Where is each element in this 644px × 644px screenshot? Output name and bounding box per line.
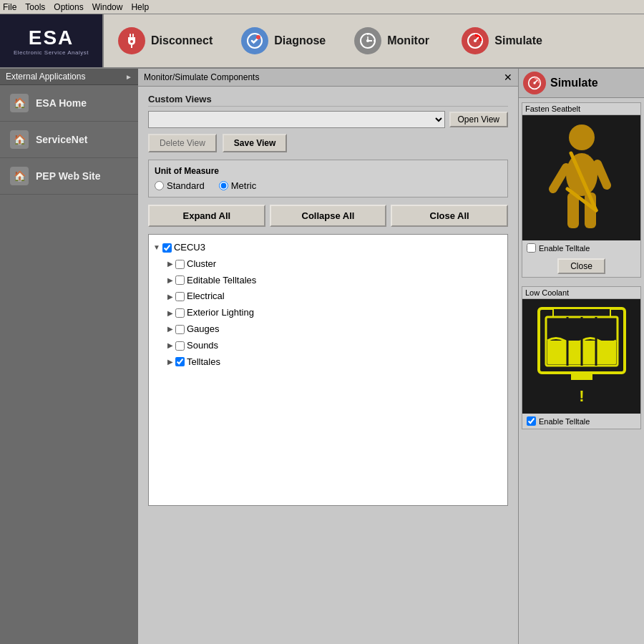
delete-save-row: Delete View Save View <box>148 134 508 152</box>
cluster-checkbox[interactable] <box>175 260 185 269</box>
cluster-label: Cluster <box>187 257 216 272</box>
menu-help[interactable]: Help <box>131 2 149 12</box>
sounds-expand[interactable]: ▶ <box>167 340 173 351</box>
monitor-button[interactable]: Monitor <box>340 14 447 67</box>
enable-telltale-row: Enable Telltale <box>522 240 640 255</box>
menu-options[interactable]: Options <box>54 2 83 12</box>
logo: ESA Electronic Service Analyst <box>0 14 104 67</box>
simulate-label: Simulate <box>494 34 542 47</box>
electrical-expand[interactable]: ▶ <box>167 291 173 303</box>
tree-child-electrical: ▶ Electrical <box>167 289 503 304</box>
collapse-all-button[interactable]: Collapse All <box>270 205 387 227</box>
center-panel: Monitor/Simulate Components ✕ Custom Vie… <box>138 69 519 644</box>
sidebar-collapse-arrow[interactable]: ► <box>125 73 132 81</box>
menubar: File Tools Options Window Help <box>0 0 644 14</box>
low-coolant-section: Low Coolant <box>522 286 641 429</box>
simulate-right-icon <box>523 72 546 94</box>
seatbelt-graphic <box>522 115 640 240</box>
right-panel-header: Simulate <box>519 69 644 98</box>
disconnect-icon <box>118 27 145 54</box>
sidebar-item-pep-web-site[interactable]: 🏠 PEP Web Site <box>0 158 138 195</box>
unit-measure-label: Unit of Measure <box>155 166 502 176</box>
simulate-icon <box>462 27 489 54</box>
tree-child-editable-telltales: ▶ Editable Telltales <box>167 273 503 288</box>
save-view-button[interactable]: Save View <box>223 134 288 152</box>
telltales-expand[interactable]: ▶ <box>167 356 173 368</box>
diagnose-label: Diagnose <box>274 34 326 47</box>
open-view-button[interactable]: Open View <box>449 112 508 127</box>
svg-point-5 <box>256 35 260 39</box>
center-panel-title: Monitor/Simulate Components <box>144 72 259 82</box>
fasten-enable-checkbox[interactable] <box>527 243 536 253</box>
monitor-icon <box>354 27 381 54</box>
cluster-expand[interactable]: ▶ <box>167 258 173 270</box>
simulate-button[interactable]: Simulate <box>447 14 557 67</box>
custom-views-label: Custom Views <box>148 94 508 107</box>
center-panel-content: Custom Views Open View Delete View Save … <box>138 87 518 644</box>
radio-metric-input[interactable] <box>219 181 228 190</box>
center-panel-header: Monitor/Simulate Components ✕ <box>138 69 518 87</box>
editable-checkbox[interactable] <box>175 275 185 285</box>
tree-root-expand-icon[interactable]: ▼ <box>153 242 160 253</box>
radio-standard[interactable]: Standard <box>155 180 205 191</box>
expand-all-button[interactable]: Expand All <box>148 205 265 227</box>
svg-text:!: ! <box>579 387 584 405</box>
svg-rect-1 <box>132 34 134 37</box>
tree-root-parent: ▼ CECU3 <box>153 240 503 255</box>
coolant-enable-checkbox[interactable] <box>527 416 536 426</box>
monitor-label: Monitor <box>387 34 429 47</box>
coolant-enable-label: Enable Telltale <box>539 417 590 426</box>
fasten-close-button[interactable]: Close <box>557 258 605 274</box>
servicenet-icon: 🏠 <box>10 130 29 149</box>
sounds-label: Sounds <box>187 338 218 353</box>
editable-label: Editable Telltales <box>187 273 256 288</box>
tree-child-telltales: ▶ Telltales <box>167 355 503 370</box>
sidebar-item-esa-home[interactable]: 🏠 ESA Home <box>0 85 138 122</box>
svg-point-17 <box>533 82 535 84</box>
custom-views-select[interactable] <box>148 111 445 128</box>
exterior-checkbox[interactable] <box>175 308 185 318</box>
exterior-expand[interactable]: ▶ <box>167 308 173 319</box>
telltales-label: Telltales <box>187 355 220 370</box>
radio-standard-input[interactable] <box>155 181 164 190</box>
sidebar-label-servicenet: ServiceNet <box>36 134 87 145</box>
close-btn-row: Close <box>522 255 640 277</box>
tree-root-label: CECU3 <box>174 240 205 255</box>
editable-expand[interactable]: ▶ <box>167 275 173 286</box>
tree-child-sounds: ▶ Sounds <box>167 338 503 353</box>
svg-point-14 <box>474 39 477 42</box>
menu-file[interactable]: File <box>3 2 16 12</box>
svg-point-18 <box>569 125 595 150</box>
diagnose-button[interactable]: Diagnose <box>227 14 340 67</box>
custom-views-row: Open View <box>148 111 508 128</box>
panel-close-icon[interactable]: ✕ <box>504 72 512 83</box>
delete-view-button[interactable]: Delete View <box>148 134 217 152</box>
menu-window[interactable]: Window <box>92 2 123 12</box>
coolant-svg: ! <box>532 301 632 412</box>
disconnect-button[interactable]: Disconnect <box>104 14 227 67</box>
menu-tools[interactable]: Tools <box>25 2 45 12</box>
electrical-checkbox[interactable] <box>175 292 185 301</box>
radio-metric[interactable]: Metric <box>219 180 256 191</box>
gauges-checkbox[interactable] <box>175 325 185 334</box>
seatbelt-svg <box>535 117 628 239</box>
sidebar: External Applications ► 🏠 ESA Home 🏠 Ser… <box>0 69 138 644</box>
expand-collapse-row: Expand All Collapse All Close All <box>148 205 508 227</box>
radio-row: Standard Metric <box>155 180 502 191</box>
gauges-expand[interactable]: ▶ <box>167 323 173 335</box>
home-icon: 🏠 <box>10 94 29 112</box>
fasten-seatbelt-section: Fasten Seatbelt <box>522 102 641 278</box>
tree-child-gauges: ▶ Gauges <box>167 322 503 337</box>
logo-subtext: Electronic Service Analyst <box>14 49 89 56</box>
low-coolant-title: Low Coolant <box>522 287 640 299</box>
svg-line-22 <box>553 167 566 189</box>
tree-children: ▶ Cluster ▶ Editable Telltales ▶ <box>167 257 503 370</box>
sounds-checkbox[interactable] <box>175 341 185 351</box>
sidebar-title: External Applications <box>6 72 85 82</box>
close-all-button[interactable]: Close All <box>391 205 508 227</box>
tree-root-checkbox[interactable] <box>162 243 172 253</box>
telltales-checkbox[interactable] <box>175 357 185 366</box>
tree-root-node: ▼ CECU3 ▶ Cluster ▶ Editable <box>153 240 503 369</box>
main-area: External Applications ► 🏠 ESA Home 🏠 Ser… <box>0 69 644 644</box>
sidebar-item-servicenet[interactable]: 🏠 ServiceNet <box>0 122 138 158</box>
